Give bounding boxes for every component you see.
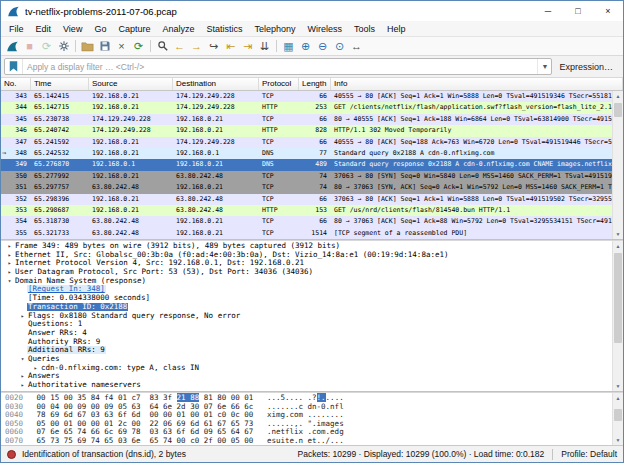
detail-row[interactable]: ▸User Datagram Protocol, Src Port: 53 (5… <box>1 268 612 277</box>
column-header-info[interactable]: Info <box>331 78 623 90</box>
scrollbar-thumb[interactable] <box>614 409 622 421</box>
expanded-expander-icon[interactable]: ▾ <box>5 277 14 286</box>
collapsed-expander-icon[interactable]: ▸ <box>5 268 14 277</box>
collapsed-expander-icon[interactable]: ▸ <box>18 312 27 321</box>
scroll-up-icon[interactable]: ▲ <box>613 241 623 251</box>
menu-go[interactable]: Go <box>88 24 112 34</box>
scroll-down-icon[interactable]: ▼ <box>613 229 623 239</box>
status-profile[interactable]: Profile: Default <box>561 449 617 459</box>
menu-analyze[interactable]: Analyze <box>156 24 200 34</box>
collapsed-expander-icon[interactable]: ▸ <box>5 259 14 268</box>
detail-row[interactable]: ▸Ethernet II, Src: Globalsc_00:3b:0a (f0… <box>1 251 612 260</box>
expression-button[interactable]: Expression… <box>552 62 620 72</box>
detail-row[interactable]: ▾Domain Name System (response) <box>1 277 612 286</box>
menu-file[interactable]: File <box>3 24 30 34</box>
scroll-up-icon[interactable]: ▲ <box>613 393 623 403</box>
open-file-icon[interactable] <box>79 38 96 54</box>
zoom-out-icon[interactable]: ⊖ <box>314 38 331 54</box>
column-header-no[interactable]: No. <box>1 78 31 90</box>
colorize-icon[interactable]: ▦ <box>280 38 297 54</box>
menu-edit[interactable]: Edit <box>30 24 58 34</box>
detail-row[interactable]: Authority RRs: 9 <box>1 338 612 347</box>
go-last-icon[interactable]: ⇥ <box>239 38 256 54</box>
detail-row[interactable]: ▸Answers <box>1 372 612 381</box>
filter-bookmark-icon[interactable] <box>5 59 23 74</box>
detail-row[interactable]: ▸Internet Protocol Version 4, Src: 192.1… <box>1 259 612 268</box>
collapsed-expander-icon[interactable]: ▸ <box>5 251 14 260</box>
detail-row[interactable]: [Request In: 348] <box>1 285 612 294</box>
detail-row[interactable]: Answer RRs: 4 <box>1 329 612 338</box>
column-header-source[interactable]: Source <box>89 78 173 90</box>
close-file-icon[interactable]: × <box>113 38 130 54</box>
scrollbar-thumb[interactable] <box>614 253 622 343</box>
display-filter-input[interactable]: Apply a display filter … <Ctrl-/> ▼ <box>4 58 552 75</box>
detail-row[interactable]: ▸cdn-0.nflximg.com: type A, class IN <box>1 364 612 373</box>
menu-capture[interactable]: Capture <box>112 24 156 34</box>
start-capture-icon[interactable] <box>4 38 21 54</box>
detail-row[interactable]: ▸Authoritative nameservers <box>1 381 612 390</box>
menu-tools[interactable]: Tools <box>348 24 381 34</box>
reload-file-icon[interactable]: ⟳ <box>130 38 147 54</box>
collapsed-expander-icon[interactable]: ▸ <box>18 372 27 381</box>
auto-scroll-icon[interactable]: ⇊ <box>256 38 273 54</box>
packet-row[interactable]: 34365.142415192.168.0.21174.129.249.228T… <box>1 91 612 102</box>
find-packet-icon[interactable] <box>154 38 171 54</box>
packet-row[interactable]: 348→65.242532192.168.0.21192.168.0.1DNS7… <box>1 148 612 159</box>
column-header-protocol[interactable]: Protocol <box>259 78 299 90</box>
resize-columns-icon[interactable]: ↔ <box>348 38 365 54</box>
detail-row[interactable]: Questions: 1 <box>1 320 612 329</box>
scrollbar-thumb[interactable] <box>614 103 622 117</box>
collapsed-expander-icon[interactable]: ▸ <box>18 381 27 390</box>
scroll-up-icon[interactable]: ▲ <box>613 91 623 101</box>
expert-info-icon[interactable] <box>7 450 16 459</box>
column-header-time[interactable]: Time <box>31 78 89 90</box>
go-first-icon[interactable]: ⇤ <box>222 38 239 54</box>
detail-row[interactable]: [Time: 0.034338000 seconds] <box>1 294 612 303</box>
column-header-destination[interactable]: Destination <box>173 78 259 90</box>
scroll-down-icon[interactable]: ▼ <box>613 381 623 391</box>
maximize-button[interactable]: □ <box>563 1 593 21</box>
menu-wireless[interactable]: Wireless <box>302 24 349 34</box>
filter-history-caret-icon[interactable]: ▼ <box>537 59 551 74</box>
packet-row[interactable]: 35065.277992192.168.0.2163.80.242.48TCP7… <box>1 171 612 182</box>
go-back-icon[interactable]: ← <box>171 38 188 54</box>
detail-row[interactable]: Transaction ID: 0x2188 <box>1 303 612 312</box>
packet-row[interactable]: 34665.240742174.129.249.228192.168.0.21H… <box>1 125 612 136</box>
column-header-length[interactable]: Length <box>299 78 331 90</box>
packet-row[interactable]: 35165.29775763.80.242.48192.168.0.21TCP7… <box>1 182 612 193</box>
packet-row[interactable]: 35265.298396192.168.0.2163.80.242.48TCP6… <box>1 194 612 205</box>
capture-options-icon[interactable] <box>55 38 72 54</box>
toolbar-separator <box>75 40 76 52</box>
packet-row[interactable]: 35365.298687192.168.0.2163.80.242.48HTTP… <box>1 205 612 216</box>
scroll-down-icon[interactable]: ▼ <box>613 435 623 445</box>
close-button[interactable]: × <box>593 1 623 21</box>
minimize-button[interactable]: ─ <box>533 1 563 21</box>
detail-row[interactable]: ▾Queries <box>1 355 612 364</box>
zoom-100-icon[interactable]: ⊙ <box>331 38 348 54</box>
detail-row[interactable]: ▸Flags: 0x8180 Standard query response, … <box>1 312 612 321</box>
expanded-expander-icon[interactable]: ▾ <box>18 355 27 364</box>
packet-row[interactable]: 35565.32173363.80.242.48192.168.0.21TCP1… <box>1 228 612 239</box>
packet-list-scrollbar[interactable]: ▲ ▼ <box>612 91 623 239</box>
bytes-scrollbar[interactable]: ▲ ▼ <box>612 393 623 445</box>
packet-row[interactable]: 35465.31873063.80.242.48192.168.0.21TCP6… <box>1 216 612 227</box>
detail-row[interactable]: Additional RRs: 9 <box>1 346 612 355</box>
zoom-in-icon[interactable]: ⊕ <box>297 38 314 54</box>
menu-telephony[interactable]: Telephony <box>248 24 301 34</box>
packet-row[interactable]: 34465.142715192.168.0.21174.129.249.228H… <box>1 102 612 113</box>
go-to-packet-icon[interactable]: ↪ <box>205 38 222 54</box>
packet-row[interactable]: 34565.230738174.129.249.228192.168.0.21T… <box>1 114 612 125</box>
save-file-icon[interactable] <box>96 38 113 54</box>
detail-scrollbar[interactable]: ▲ ▼ <box>612 241 623 391</box>
detail-row[interactable]: ▸Frame 349: 489 bytes on wire (3912 bits… <box>1 242 612 251</box>
collapsed-expander-icon[interactable]: ▸ <box>31 364 40 373</box>
packet-row[interactable]: 34965.276870192.168.0.1192.168.0.21DNS48… <box>1 159 612 170</box>
menu-view[interactable]: View <box>57 24 88 34</box>
collapsed-expander-icon[interactable]: ▸ <box>5 242 14 251</box>
hex-dump: 0020 00 15 00 35 84 f4 01 c7 83 3f 21 88… <box>1 393 612 445</box>
hex-row[interactable]: 0070 65 73 75 69 74 65 03 6e 65 74 00 c0… <box>5 437 612 446</box>
go-forward-icon[interactable]: → <box>188 38 205 54</box>
menu-statistics[interactable]: Statistics <box>200 24 248 34</box>
packet-row[interactable]: 34765.241592192.168.0.21174.129.249.228T… <box>1 137 612 148</box>
menu-help[interactable]: Help <box>381 24 412 34</box>
